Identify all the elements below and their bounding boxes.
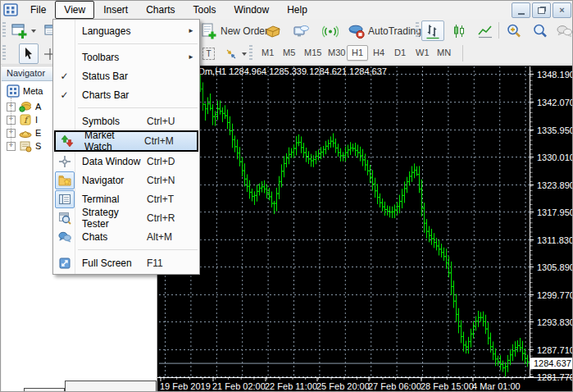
menu-items: FileViewInsertChartsToolsWindowHelp — [21, 1, 316, 19]
candlestick-type-button[interactable] — [448, 21, 471, 41]
timeframe-h1-button[interactable]: H1 — [347, 45, 368, 61]
chevron-down-icon — [31, 30, 36, 33]
time-axis-label: 21 Feb 02:00 — [212, 381, 266, 391]
chart-ohlc-title: Dm,H1 1284.964 1285.339 1284.621 1284.63… — [198, 66, 387, 76]
menu-help[interactable]: Help — [278, 1, 316, 19]
menu-item-navigator[interactable]: NavigatorCtrl+N — [53, 171, 199, 189]
autotrading-button[interactable]: AutoTrading — [345, 21, 425, 41]
menu-item-data-window[interactable]: Data WindowCtrl+D — [53, 152, 199, 171]
signals-button[interactable] — [319, 21, 342, 41]
toolbar-separator — [462, 45, 463, 62]
price-chart[interactable]: 1348.1901342.0701335.9501330.0101323.890… — [157, 66, 573, 392]
checkmark-icon: ✓ — [53, 71, 75, 82]
menu-item-symbols[interactable]: SymbolsCtrl+U — [53, 112, 199, 130]
menu-item-label: Symbols — [75, 116, 147, 127]
text-tool-button[interactable]: T — [199, 43, 218, 64]
toolbar-grip[interactable] — [2, 22, 6, 39]
autotrading-label: AutoTrading — [368, 25, 421, 37]
chats-icon — [53, 230, 75, 244]
toolbar-separator — [498, 22, 499, 39]
navigator-icon — [53, 171, 75, 189]
menu-item-status-bar[interactable]: ✓Status Bar — [53, 66, 199, 85]
menu-item-label: Chats — [75, 231, 147, 243]
menu-item-strategy-tester[interactable]: Strategy TesterCtrl+R — [53, 208, 199, 227]
menu-item-languages[interactable]: Languages► — [53, 21, 199, 40]
price-axis-label: 1323.890 — [537, 180, 573, 190]
mql5-button[interactable] — [289, 21, 312, 41]
chart-window[interactable]: 1348.1901342.0701335.9501330.0101323.890… — [157, 66, 573, 392]
zoom-in-button[interactable] — [503, 21, 525, 41]
new-order-button[interactable]: New Order — [198, 21, 271, 41]
timeframe-mn-button[interactable]: MN — [432, 45, 456, 61]
menu-view[interactable]: View — [55, 1, 94, 19]
toolbar-grip[interactable] — [249, 45, 252, 62]
menu-window[interactable]: Window — [225, 1, 279, 19]
tree-item-label: A — [35, 102, 41, 112]
menu-file[interactable]: File — [21, 1, 55, 19]
close-button[interactable]: × — [553, 2, 571, 18]
menu-item-shortcut: Ctrl+D — [147, 156, 188, 167]
bar-chart-type-button[interactable] — [421, 21, 444, 41]
tree-item-accounts[interactable]: +A — [7, 100, 41, 113]
chart-bars — [199, 75, 532, 377]
line-chart-icon — [477, 23, 493, 39]
menu-item-market-watch[interactable]: Market WatchCtrl+M — [54, 130, 198, 152]
menu-charts[interactable]: Charts — [137, 1, 184, 19]
new-order-icon — [201, 23, 217, 39]
menu-item-label: Full Screen — [75, 258, 147, 269]
price-axis-label: 1305.890 — [537, 262, 573, 272]
line-chart-type-button[interactable] — [474, 21, 497, 41]
new-chart-button[interactable] — [8, 21, 39, 41]
bar-chart-icon — [425, 23, 441, 39]
timeframe-m5-button[interactable]: M5 — [278, 45, 300, 61]
zoom-out-button[interactable] — [529, 21, 552, 41]
full-screen-icon — [53, 257, 75, 270]
toolbar-grip[interactable] — [416, 22, 419, 39]
menu-item-full-screen[interactable]: Full ScreenF11 — [53, 253, 199, 272]
menu-tools[interactable]: Tools — [184, 1, 225, 19]
deposit-button[interactable] — [261, 21, 284, 41]
shapes-tool-button[interactable] — [221, 43, 250, 64]
tree-item-label: Meta — [23, 86, 43, 96]
chats-icon — [557, 24, 573, 39]
tree-item-scripts[interactable]: +S — [7, 139, 41, 153]
menu-item-chats[interactable]: ChatsAlt+M — [53, 227, 199, 246]
signal-icon — [322, 23, 339, 39]
menu-item-shortcut: Ctrl+M — [144, 135, 185, 147]
minimize-button[interactable] — [512, 2, 530, 18]
cursor-tool-button[interactable] — [19, 43, 39, 64]
menu-item-shortcut: F11 — [147, 258, 188, 269]
status-bar-box — [65, 381, 157, 392]
wallet-icon — [265, 24, 281, 39]
price-axis-label: 1348.190 — [537, 70, 573, 80]
mql5-community-icon — [293, 24, 309, 39]
menu-insert[interactable]: Insert — [94, 1, 137, 19]
timeframe-d1-button[interactable]: D1 — [389, 45, 411, 61]
chart-grid — [159, 66, 530, 377]
timeframe-h4-button[interactable]: H4 — [368, 45, 389, 61]
mt4-window: FileViewInsertChartsToolsWindowHelp × Ne… — [0, 0, 573, 392]
submenu-arrow-icon: ► — [188, 53, 199, 61]
menu-separator — [78, 107, 198, 108]
tree-item-label: I — [35, 115, 38, 125]
timeframe-w1-button[interactable]: W1 — [411, 45, 434, 61]
status-bar-box — [24, 388, 65, 392]
app-icon — [3, 3, 18, 16]
window-controls: × — [512, 2, 571, 18]
tree-item-experts[interactable]: +E — [7, 126, 41, 139]
chats-toolbar-button[interactable] — [553, 21, 573, 41]
tree-root-metatrader[interactable]: Meta — [7, 84, 43, 98]
timeframe-m1-button[interactable]: M1 — [257, 45, 279, 61]
market-watch-icon — [56, 134, 78, 148]
menu-item-toolbars[interactable]: Toolbars► — [53, 48, 199, 66]
menu-item-label: Toolbars — [75, 52, 147, 63]
toolbar-grip[interactable] — [2, 45, 6, 62]
menu-item-charts-bar[interactable]: ✓Charts Bar — [53, 85, 199, 104]
time-axis-label: 22 Feb 11:00 — [265, 381, 317, 391]
menu-separator — [78, 43, 198, 44]
menu-item-shortcut: Alt+M — [147, 231, 188, 243]
current-price-value: 1284.637 — [534, 358, 571, 368]
menu-item-label: Strategy Tester — [75, 207, 147, 230]
restore-button[interactable] — [532, 2, 551, 18]
tree-item-label: S — [35, 141, 41, 151]
